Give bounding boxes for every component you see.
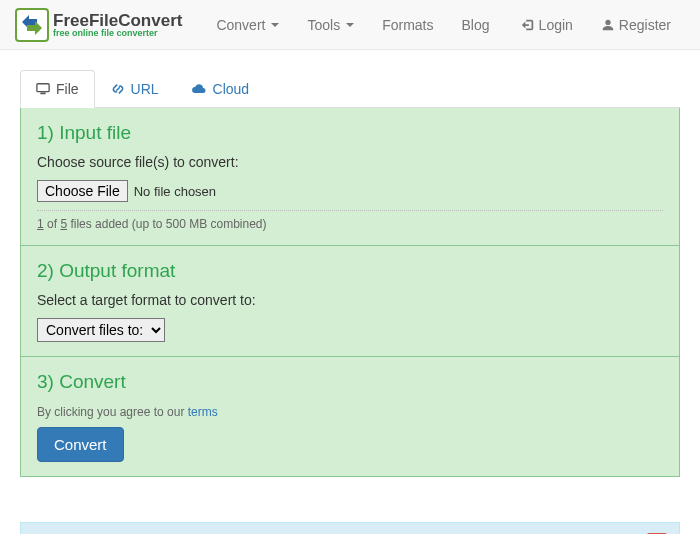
monitor-icon bbox=[36, 82, 50, 96]
section-heading: 2) Output format bbox=[37, 260, 663, 282]
section-prompt: Select a target format to convert to: bbox=[37, 292, 663, 308]
convert-panel: 1) Input file Choose source file(s) to c… bbox=[20, 108, 680, 477]
terms-text: By clicking you agree to our terms bbox=[37, 405, 218, 419]
section-convert: 3) Convert By clicking you agree to our … bbox=[21, 356, 679, 476]
tab-cloud[interactable]: Cloud bbox=[175, 70, 266, 108]
nav-register[interactable]: Register bbox=[587, 17, 685, 33]
files-added-status: 1 of 5 files added (up to 500 MB combine… bbox=[37, 217, 267, 231]
uploaded-file-row: sample_960x400_ocean_with_audio.mxf ✕ bbox=[20, 522, 680, 534]
file-chosen-status: No file chosen bbox=[134, 184, 216, 199]
navbar: FreeFileConvert free online file convert… bbox=[0, 0, 700, 50]
link-icon bbox=[111, 82, 125, 96]
nav-convert[interactable]: Convert bbox=[202, 17, 293, 33]
user-icon bbox=[601, 18, 615, 32]
nav-blog[interactable]: Blog bbox=[448, 17, 504, 33]
output-format-select[interactable]: Convert files to: bbox=[37, 318, 165, 342]
nav-tools[interactable]: Tools bbox=[293, 17, 368, 33]
section-input-file: 1) Input file Choose source file(s) to c… bbox=[21, 108, 679, 245]
section-output-format: 2) Output format Select a target format … bbox=[21, 245, 679, 356]
section-heading: 1) Input file bbox=[37, 122, 663, 144]
caret-down-icon bbox=[346, 23, 354, 27]
convert-button[interactable]: Convert bbox=[37, 427, 124, 462]
terms-link[interactable]: terms bbox=[188, 405, 218, 419]
brand-logo-icon bbox=[15, 8, 49, 42]
section-prompt: Choose source file(s) to convert: bbox=[37, 154, 663, 170]
svg-rect-1 bbox=[37, 84, 49, 92]
section-heading: 3) Convert bbox=[37, 371, 663, 393]
svg-rect-2 bbox=[40, 93, 45, 95]
caret-down-icon bbox=[271, 23, 279, 27]
cloud-icon bbox=[191, 82, 207, 96]
nav-login[interactable]: Login bbox=[507, 17, 587, 33]
tab-url[interactable]: URL bbox=[95, 70, 175, 108]
tab-file[interactable]: File bbox=[20, 70, 95, 108]
brand-title: FreeFileConvert bbox=[53, 12, 182, 29]
nav-formats[interactable]: Formats bbox=[368, 17, 447, 33]
source-tabs: File URL Cloud bbox=[20, 70, 680, 108]
brand-subtitle: free online file converter bbox=[53, 29, 182, 38]
login-icon bbox=[521, 18, 535, 32]
choose-file-button[interactable]: Choose File bbox=[37, 180, 128, 202]
divider bbox=[37, 210, 663, 211]
brand[interactable]: FreeFileConvert free online file convert… bbox=[15, 8, 182, 42]
